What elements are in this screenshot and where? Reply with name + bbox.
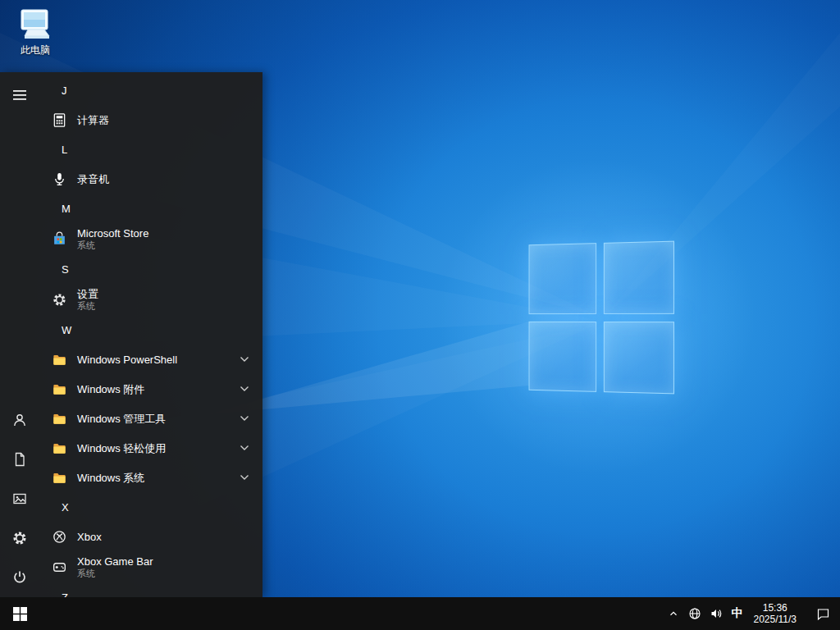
microphone-icon <box>49 169 69 189</box>
clock-time: 15:36 <box>763 602 788 614</box>
windows-logo-pane <box>529 243 596 313</box>
app-sublabel: 系统 <box>77 568 153 579</box>
app-sublabel: 系统 <box>77 240 148 251</box>
store-icon <box>49 229 69 249</box>
app-label: Windows 附件 <box>77 383 144 395</box>
power-icon <box>11 569 28 586</box>
windows-logo-pane <box>603 322 674 395</box>
volume-icon <box>710 607 723 620</box>
section-letter-M[interactable]: M <box>39 194 262 223</box>
app-label: Microsoft Store <box>77 227 148 240</box>
start-menu-app-list: J 计算器 L 录音机 M Microsoft Store 系统 S <box>39 72 262 597</box>
app-label: Xbox Game Bar <box>77 555 153 568</box>
section-letter-label: M <box>62 203 71 215</box>
folder-icon <box>49 438 69 458</box>
pictures-icon <box>11 491 28 507</box>
windows-logo-pane <box>529 321 596 391</box>
chevron-down-icon <box>240 386 249 392</box>
settings-button[interactable] <box>0 518 39 558</box>
section-letter-Z[interactable]: Z <box>39 582 262 597</box>
xbox-icon <box>49 527 69 546</box>
section-letter-label: Z <box>62 591 68 598</box>
tray-volume-button[interactable] <box>705 597 727 630</box>
tray-ime-indicator[interactable]: 中 <box>727 597 748 630</box>
section-letter-X[interactable]: X <box>39 492 262 522</box>
chevron-down-icon <box>240 445 249 451</box>
network-icon <box>688 607 701 620</box>
chevron-down-icon <box>240 356 249 363</box>
calculator-icon <box>49 110 69 130</box>
start-menu-item-microsoft-store[interactable]: Microsoft Store 系统 <box>39 223 262 254</box>
section-letter-label: J <box>62 84 67 97</box>
windows-logo <box>529 241 674 395</box>
section-letter-J[interactable]: J <box>39 75 262 105</box>
taskbar: 中 15:36 2025/11/3 <box>0 597 840 630</box>
folder-icon <box>49 409 69 428</box>
clock-date: 2025/11/3 <box>754 614 797 625</box>
section-letter-L[interactable]: L <box>39 135 262 164</box>
start-menu-folder-windows-ease-of-access[interactable]: Windows 轻松使用 <box>39 433 262 463</box>
tray-network-button[interactable] <box>684 597 705 630</box>
app-label: Xbox <box>77 531 102 543</box>
system-tray: 中 15:36 2025/11/3 <box>663 597 840 630</box>
start-menu-folder-windows-system[interactable]: Windows 系统 <box>39 463 262 492</box>
windows-start-icon <box>13 607 27 621</box>
app-label: Windows 轻松使用 <box>77 442 166 454</box>
settings-gear-icon <box>11 530 28 546</box>
action-center-button[interactable] <box>809 597 837 630</box>
section-letter-label: S <box>62 263 69 276</box>
documents-button[interactable] <box>0 440 39 479</box>
tray-show-hidden-icons-button[interactable] <box>663 597 684 630</box>
section-letter-label: L <box>62 144 67 156</box>
hamburger-icon <box>13 90 26 100</box>
desktop-icon-label: 此电脑 <box>5 44 66 57</box>
app-label: 设置 <box>77 288 98 300</box>
start-menu-item-settings[interactable]: 设置 系统 <box>39 284 262 315</box>
section-letter-label: X <box>62 501 69 514</box>
start-menu-folder-windows-powershell[interactable]: Windows PowerShell <box>39 345 262 374</box>
app-label: 录音机 <box>77 173 109 185</box>
section-letter-W[interactable]: W <box>39 315 262 345</box>
folder-icon <box>49 349 69 369</box>
documents-icon <box>11 451 28 468</box>
desktop-icon-this-pc[interactable]: 此电脑 <box>5 7 66 57</box>
start-button[interactable] <box>0 597 39 630</box>
start-menu-rail <box>0 72 39 597</box>
folder-icon <box>49 468 69 487</box>
windows-logo-pane <box>603 241 674 314</box>
xbox-game-bar-icon <box>49 557 69 577</box>
user-icon <box>11 412 28 428</box>
chevron-up-icon <box>668 608 679 619</box>
start-menu-item-xbox-game-bar[interactable]: Xbox Game Bar 系统 <box>39 551 262 582</box>
this-pc-icon <box>16 7 54 43</box>
app-sublabel: 系统 <box>77 301 98 312</box>
gear-icon <box>49 290 69 309</box>
app-label: Windows PowerShell <box>77 354 177 366</box>
app-label: Windows 管理工具 <box>77 413 166 425</box>
pictures-button[interactable] <box>0 479 39 518</box>
action-center-icon <box>816 607 830 621</box>
app-label: Windows 系统 <box>77 472 144 484</box>
start-menu-item-xbox[interactable]: Xbox <box>39 522 262 551</box>
user-account-button[interactable] <box>0 400 39 440</box>
ime-label: 中 <box>732 606 743 621</box>
folder-icon <box>49 379 69 399</box>
start-menu-item-calculator[interactable]: 计算器 <box>39 105 262 135</box>
tray-clock[interactable]: 15:36 2025/11/3 <box>748 597 803 630</box>
section-letter-S[interactable]: S <box>39 254 262 284</box>
start-menu-folder-windows-accessories[interactable]: Windows 附件 <box>39 374 262 404</box>
start-menu-folder-windows-admin-tools[interactable]: Windows 管理工具 <box>39 404 262 433</box>
chevron-down-icon <box>240 474 249 481</box>
app-label: 计算器 <box>77 114 109 126</box>
chevron-down-icon <box>240 415 249 422</box>
start-menu-item-voice-recorder[interactable]: 录音机 <box>39 164 262 194</box>
menu-expand-button[interactable] <box>0 75 39 115</box>
power-button[interactable] <box>0 558 39 597</box>
section-letter-label: W <box>62 324 71 336</box>
start-menu: J 计算器 L 录音机 M Microsoft Store 系统 S <box>0 72 262 597</box>
